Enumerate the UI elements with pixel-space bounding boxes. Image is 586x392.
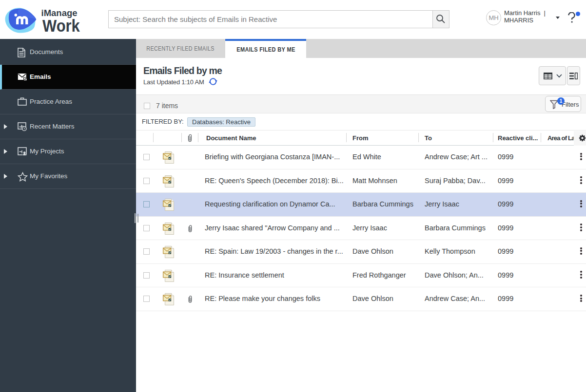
svg-text:Work: Work: [42, 16, 80, 36]
